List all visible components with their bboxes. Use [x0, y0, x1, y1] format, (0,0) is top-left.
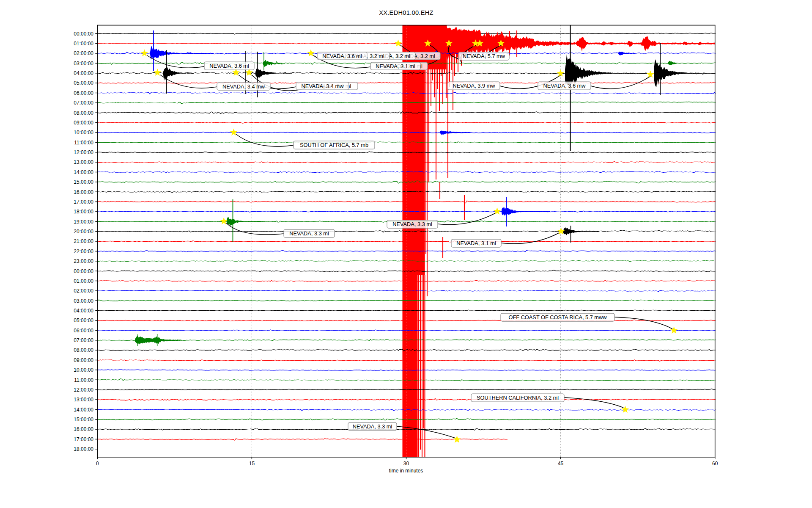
svg-text:18:00:00: 18:00:00: [74, 209, 93, 215]
svg-text:12:00:00: 12:00:00: [74, 149, 93, 155]
svg-text:14:00:00: 14:00:00: [74, 169, 93, 175]
svg-text:21:00:00: 21:00:00: [74, 238, 93, 244]
svg-text:SOUTH OF AFRICA, 5.7 mb: SOUTH OF AFRICA, 5.7 mb: [300, 142, 368, 148]
svg-text:11:00:00: 11:00:00: [74, 377, 93, 383]
svg-text:NEVADA, 5.7 mw: NEVADA, 5.7 mw: [463, 53, 505, 59]
svg-text:08:00:00: 08:00:00: [74, 347, 93, 353]
svg-text:NEVADA, 3.9 mw: NEVADA, 3.9 mw: [453, 83, 495, 89]
svg-text:02:00:00: 02:00:00: [74, 50, 93, 56]
svg-text:NEVADA, 3.6 ml: NEVADA, 3.6 ml: [209, 63, 249, 69]
svg-text:09:00:00: 09:00:00: [74, 120, 93, 126]
svg-text:18:00:00: 18:00:00: [74, 446, 93, 452]
svg-text:15: 15: [249, 461, 255, 467]
svg-text:NEVADA, 3.6 mw: NEVADA, 3.6 mw: [543, 83, 586, 89]
svg-text:XX.EDH01.00.EHZ: XX.EDH01.00.EHZ: [379, 9, 433, 16]
svg-text:08:00:00: 08:00:00: [74, 110, 93, 116]
svg-text:05:00:00: 05:00:00: [74, 80, 93, 86]
svg-text:01:00:00: 01:00:00: [74, 278, 93, 284]
svg-text:02:00:00: 02:00:00: [74, 288, 93, 294]
svg-text:17:00:00: 17:00:00: [74, 436, 93, 442]
svg-text:NEVADA, 3.3 ml: NEVADA, 3.3 ml: [392, 221, 432, 227]
svg-text:0: 0: [96, 461, 99, 467]
svg-text:NEVADA, 3.6 ml: NEVADA, 3.6 ml: [322, 53, 362, 59]
svg-text:NEVADA, 3.4 mw: NEVADA, 3.4 mw: [301, 83, 344, 89]
svg-text:10:00:00: 10:00:00: [74, 130, 93, 135]
svg-text:00:00:00: 00:00:00: [74, 268, 93, 274]
svg-text:07:00:00: 07:00:00: [74, 337, 93, 343]
svg-text:15:00:00: 15:00:00: [74, 417, 93, 422]
svg-text:23:00:00: 23:00:00: [74, 258, 93, 264]
svg-text:00:00:00: 00:00:00: [74, 31, 93, 37]
svg-text:NEVADA, 3.4 mw: NEVADA, 3.4 mw: [222, 83, 265, 90]
svg-text:06:00:00: 06:00:00: [74, 90, 93, 96]
svg-text:15:00:00: 15:00:00: [74, 179, 93, 185]
svg-text:07:00:00: 07:00:00: [74, 100, 93, 106]
svg-text:NEVADA, 3.3 ml: NEVADA, 3.3 ml: [353, 423, 392, 430]
svg-text:03:00:00: 03:00:00: [74, 61, 93, 66]
svg-text:20:00:00: 20:00:00: [74, 229, 93, 235]
svg-text:45: 45: [558, 461, 564, 467]
svg-text:30: 30: [403, 461, 409, 467]
svg-text:12:00:00: 12:00:00: [74, 387, 93, 393]
svg-text:14:00:00: 14:00:00: [74, 407, 93, 413]
svg-text:SOUTHERN CALIFORNIA, 3.2 ml: SOUTHERN CALIFORNIA, 3.2 ml: [477, 395, 559, 401]
svg-text:19:00:00: 19:00:00: [74, 219, 93, 225]
svg-text:11:00:00: 11:00:00: [74, 140, 93, 146]
svg-text:01:00:00: 01:00:00: [74, 41, 93, 47]
svg-text:04:00:00: 04:00:00: [74, 308, 93, 314]
svg-text:17:00:00: 17:00:00: [74, 199, 93, 205]
svg-text:03:00:00: 03:00:00: [74, 298, 93, 304]
svg-text:13:00:00: 13:00:00: [74, 397, 93, 403]
svg-text:NEVADA, 3.3 ml: NEVADA, 3.3 ml: [289, 230, 329, 237]
svg-text:NEVADA, 3.1 ml: NEVADA, 3.1 ml: [456, 240, 496, 246]
svg-text:13:00:00: 13:00:00: [74, 159, 93, 165]
svg-text:06:00:00: 06:00:00: [74, 328, 93, 334]
svg-text:time in minutes: time in minutes: [389, 468, 423, 474]
svg-text:09:00:00: 09:00:00: [74, 357, 93, 363]
svg-text:04:00:00: 04:00:00: [74, 70, 93, 76]
svg-text:16:00:00: 16:00:00: [74, 426, 93, 432]
svg-text:60: 60: [712, 461, 718, 467]
svg-text:NEVADA, 3.1 ml: NEVADA, 3.1 ml: [376, 63, 415, 69]
svg-text:05:00:00: 05:00:00: [74, 318, 93, 323]
svg-text:OFF COAST OF COSTA RICA, 5.7 m: OFF COAST OF COSTA RICA, 5.7 mww: [508, 314, 607, 320]
svg-text:10:00:00: 10:00:00: [74, 367, 93, 373]
svg-text:22:00:00: 22:00:00: [74, 248, 93, 254]
svg-text:16:00:00: 16:00:00: [74, 189, 93, 195]
